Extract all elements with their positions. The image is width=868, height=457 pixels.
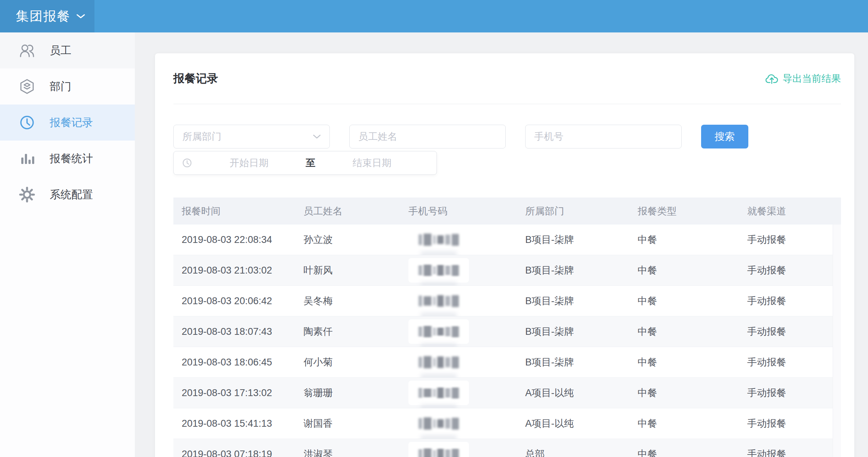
sidebar-item-label: 报餐记录 [50, 115, 93, 130]
table-scrollbar[interactable] [833, 225, 841, 457]
cell-department: B项目-柒牌 [517, 233, 629, 246]
phone-input[interactable] [526, 125, 681, 148]
people-icon [18, 41, 36, 59]
cloud-upload-icon [765, 73, 778, 84]
cell-report-time: 2019-08-03 18:07:43 [173, 326, 295, 337]
cell-phone [400, 258, 517, 283]
cell-department: B项目-柒牌 [517, 294, 629, 307]
card-header: 报餐记录 导出当前结果 [173, 53, 841, 104]
table-row: 2019-08-03 07:18:19 洪淑琴 总部 中餐 手动报餐 [173, 439, 833, 457]
department-select-value: 所属部门 [182, 130, 221, 143]
records-table: 报餐时间 员工姓名 手机号码 所属部门 报餐类型 就餐渠道 2019-08-03… [173, 198, 841, 457]
cell-channel: 手动报餐 [739, 233, 833, 246]
department-select[interactable]: 所属部门 [173, 125, 330, 148]
blurred-phone-number [408, 289, 469, 313]
cell-employee-name: 叶新风 [295, 264, 400, 277]
end-date-placeholder: 结束日期 [315, 156, 429, 169]
bar-chart-icon [18, 150, 36, 168]
cell-employee-name: 谢国香 [295, 417, 400, 430]
sidebar-item-system-config[interactable]: 系统配置 [0, 177, 135, 213]
cell-report-time: 2019-08-03 17:13:02 [173, 387, 295, 399]
content-card: 报餐记录 导出当前结果 所属部门 [155, 53, 854, 457]
app-switcher[interactable]: 集团报餐 [0, 0, 94, 32]
table-header-row: 报餐时间 员工姓名 手机号码 所属部门 报餐类型 就餐渠道 [173, 198, 841, 225]
cell-channel: 手动报餐 [739, 356, 833, 369]
chevron-down-icon [313, 134, 321, 139]
cell-employee-name: 何小菊 [295, 356, 400, 369]
filter-bar: 所属部门 搜索 开 [173, 125, 841, 175]
column-header-meal-type: 报餐类型 [629, 205, 739, 218]
app-title: 集团报餐 [16, 8, 71, 25]
table-body: 2019-08-03 22:08:34 孙立波 B项目-柒牌 中餐 手动报餐 [173, 225, 833, 457]
employee-name-input[interactable] [350, 125, 505, 148]
gear-icon [18, 186, 36, 204]
export-results-button[interactable]: 导出当前结果 [765, 72, 841, 85]
table-row: 2019-08-03 22:08:34 孙立波 B项目-柒牌 中餐 手动报餐 [173, 225, 833, 255]
cell-channel: 手动报餐 [739, 448, 833, 457]
cell-phone [400, 227, 517, 252]
cell-phone [400, 411, 517, 436]
blurred-phone-number [408, 381, 469, 405]
cell-meal-type: 中餐 [629, 417, 739, 430]
table-row: 2019-08-03 15:41:13 谢国香 A项目-以纯 中餐 手动报餐 [173, 408, 833, 439]
cell-meal-type: 中餐 [629, 233, 739, 246]
cell-phone [400, 350, 517, 374]
cell-report-time: 2019-08-03 15:41:13 [173, 418, 295, 429]
start-date-placeholder: 开始日期 [192, 156, 306, 169]
cell-meal-type: 中餐 [629, 356, 739, 369]
search-button[interactable]: 搜索 [701, 125, 748, 148]
sidebar-item-label: 员工 [50, 43, 71, 58]
cell-meal-type: 中餐 [629, 325, 739, 338]
cell-department: 总部 [517, 448, 629, 457]
sidebar-item-meal-records[interactable]: 报餐记录 [0, 105, 135, 141]
cell-channel: 手动报餐 [739, 294, 833, 307]
blurred-phone-number [408, 227, 469, 252]
column-header-phone: 手机号码 [400, 205, 517, 218]
phone-field-wrap [525, 125, 682, 148]
cell-department: A项目-以纯 [517, 386, 629, 399]
cell-phone [400, 442, 517, 457]
cell-employee-name: 孙立波 [295, 233, 400, 246]
chevron-down-icon [76, 14, 85, 19]
cell-employee-name: 陶素仟 [295, 325, 400, 338]
table-row: 2019-08-03 20:06:42 吴冬梅 B项目-柒牌 中餐 手动报餐 [173, 286, 833, 316]
cell-department: B项目-柒牌 [517, 264, 629, 277]
page-title: 报餐记录 [173, 71, 218, 86]
sidebar-item-label: 报餐统计 [50, 151, 93, 166]
cell-report-time: 2019-08-03 22:08:34 [173, 234, 295, 245]
cell-report-time: 2019-08-03 20:06:42 [173, 296, 295, 307]
cell-channel: 手动报餐 [739, 417, 833, 430]
cell-channel: 手动报餐 [739, 264, 833, 277]
blurred-phone-number [408, 319, 469, 344]
cell-report-time: 2019-08-03 21:03:02 [173, 265, 295, 276]
cell-department: A项目-以纯 [517, 417, 629, 430]
date-range-separator: 至 [306, 156, 315, 169]
cell-phone [400, 289, 517, 313]
cell-channel: 手动报餐 [739, 386, 833, 399]
sidebar-item-employees[interactable]: 员工 [0, 32, 135, 68]
table-row: 2019-08-03 18:07:43 陶素仟 B项目-柒牌 中餐 手动报餐 [173, 316, 833, 347]
sidebar-item-meal-statistics[interactable]: 报餐统计 [0, 141, 135, 177]
blurred-phone-number [408, 411, 469, 436]
cell-meal-type: 中餐 [629, 294, 739, 307]
cell-meal-type: 中餐 [629, 264, 739, 277]
sidebar-item-label: 系统配置 [50, 187, 93, 202]
cell-employee-name: 洪淑琴 [295, 448, 400, 457]
column-header-report-time: 报餐时间 [173, 205, 295, 218]
cell-phone [400, 381, 517, 405]
sidebar: 员工 部门 报餐记录 报餐统计 [0, 32, 135, 457]
employee-name-field-wrap [349, 125, 506, 148]
table-row: 2019-08-03 21:03:02 叶新风 B项目-柒牌 中餐 手动报餐 [173, 255, 833, 286]
date-range-picker[interactable]: 开始日期 至 结束日期 [173, 151, 437, 175]
cell-employee-name: 吴冬梅 [295, 294, 400, 307]
layers-icon [18, 77, 36, 96]
cell-meal-type: 中餐 [629, 386, 739, 399]
export-label: 导出当前结果 [783, 72, 841, 85]
sidebar-item-departments[interactable]: 部门 [0, 68, 135, 105]
cell-department: B项目-柒牌 [517, 325, 629, 338]
app-root: 集团报餐 员工 部门 [0, 0, 868, 457]
cell-employee-name: 翁珊珊 [295, 386, 400, 399]
sidebar-item-label: 部门 [50, 79, 71, 94]
cell-channel: 手动报餐 [739, 325, 833, 338]
table-row: 2019-08-03 17:13:02 翁珊珊 A项目-以纯 中餐 手动报餐 [173, 378, 833, 408]
